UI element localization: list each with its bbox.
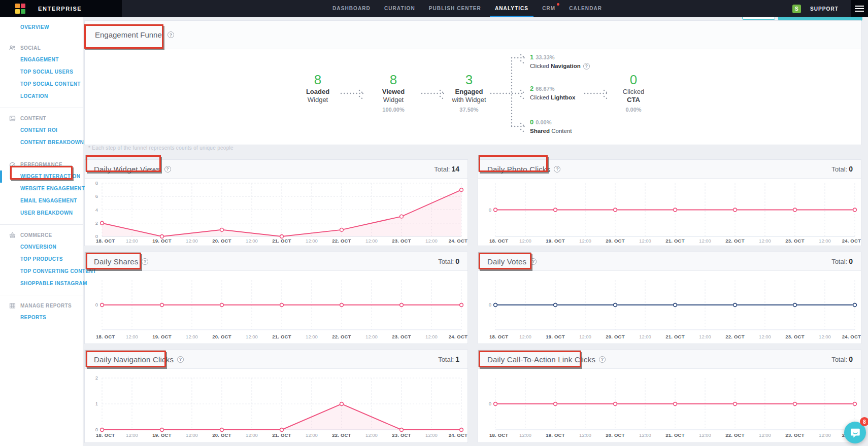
svg-text:12:00: 12:00 <box>639 238 651 244</box>
svg-text:0: 0 <box>489 207 491 213</box>
svg-text:24. OCT: 24. OCT <box>449 334 468 339</box>
sidebar-section-content: CONTENT <box>0 112 83 124</box>
daily-votes-chart[interactable]: 018. OCT12:0019. OCT12:0020. OCT12:0021.… <box>478 271 861 344</box>
svg-text:12:00: 12:00 <box>579 334 591 339</box>
sidebar-item-top-social-users[interactable]: TOP SOCIAL USERS <box>0 66 83 78</box>
total-badge: Total:0 <box>831 257 853 265</box>
svg-text:12:00: 12:00 <box>186 432 198 438</box>
brand-name: ENTERPRISE <box>38 6 82 12</box>
content-icon <box>9 115 16 122</box>
sidebar-divider <box>0 224 83 225</box>
help-icon[interactable]: ? <box>530 258 537 265</box>
funnel-footnote: * Each step of the funnel represents cou… <box>88 145 233 151</box>
svg-text:12:00: 12:00 <box>186 334 198 339</box>
svg-text:23. OCT: 23. OCT <box>785 432 804 438</box>
daily-shares-chart[interactable]: 018. OCT12:0019. OCT12:0020. OCT12:0021.… <box>85 271 468 344</box>
svg-text:12:00: 12:00 <box>126 432 138 438</box>
sidebar-item-overview[interactable]: OVERVIEW <box>0 21 83 33</box>
svg-text:2: 2 <box>95 220 98 226</box>
nav-item-analytics[interactable]: ANALYTICS <box>495 0 528 17</box>
svg-text:19. OCT: 19. OCT <box>152 432 171 438</box>
hamburger-menu-icon[interactable] <box>851 0 868 17</box>
card-header: Daily Photo Clicks? Total:0 <box>478 160 861 179</box>
sidebar-item-top-products[interactable]: TOP PRODUCTS <box>0 253 83 265</box>
svg-text:18. OCT: 18. OCT <box>96 238 115 244</box>
daily-shares-card: Daily Shares? Total:0 018. OCT12:0019. O… <box>84 252 468 344</box>
svg-text:12:00: 12:00 <box>126 238 138 244</box>
daily-widget-views-chart[interactable]: 0246818. OCT12:0019. OCT12:0020. OCT12:0… <box>85 179 468 246</box>
svg-text:8: 8 <box>95 180 98 186</box>
main-content: Engagement Funnel ? 8 Load <box>83 17 868 446</box>
daily-photo-clicks-chart[interactable]: 018. OCT12:0019. OCT12:0020. OCT12:0021.… <box>478 179 861 246</box>
daily-votes-card: Daily Votes? Total:0 018. OCT12:0019. OC… <box>478 252 861 344</box>
sidebar-item-conversion[interactable]: CONVERSION <box>0 241 83 253</box>
sidebar-item-top-converting-content[interactable]: TOP CONVERTING CONTENT <box>0 265 83 278</box>
daily-shares-title: Daily Shares? <box>94 257 148 266</box>
svg-text:12:00: 12:00 <box>759 238 771 244</box>
sidebar-item-website-engagement[interactable]: WEBSITE ENGAGEMENT <box>0 183 83 195</box>
svg-text:12:00: 12:00 <box>425 238 438 244</box>
nav-item-curation[interactable]: CURATION <box>384 0 415 17</box>
total-badge: Total:0 <box>438 257 459 265</box>
svg-text:23. OCT: 23. OCT <box>392 238 411 244</box>
svg-text:23. OCT: 23. OCT <box>392 432 411 438</box>
top-navbar: ENTERPRISE DASHBOARD CURATION PUBLISH CE… <box>0 0 868 17</box>
svg-text:18. OCT: 18. OCT <box>96 334 115 339</box>
sidebar-item-content-roi[interactable]: CONTENT ROI <box>0 124 83 136</box>
total-badge: Total:0 <box>831 165 853 173</box>
nav-item-calendar[interactable]: CALENDAR <box>569 0 602 17</box>
help-icon[interactable]: ? <box>142 258 148 265</box>
nav-item-dashboard[interactable]: DASHBOARD <box>332 0 371 17</box>
card-header: Daily Call-To-Action Link Clicks? Total:… <box>478 350 861 369</box>
avatar[interactable]: S <box>792 5 801 13</box>
sidebar-item-shoppable-instagram[interactable]: SHOPPABLE INSTAGRAM <box>0 278 83 290</box>
nav-item-crm[interactable]: CRM <box>542 0 555 17</box>
svg-text:12:00: 12:00 <box>246 238 258 244</box>
support-link[interactable]: SUPPORT <box>810 6 839 12</box>
sidebar-item-content-breakdown[interactable]: CONTENT BREAKDOWN <box>0 136 83 149</box>
chat-unread-badge[interactable]: 8 <box>860 417 868 426</box>
cut-off-outline-button[interactable] <box>742 17 775 20</box>
svg-text:23. OCT: 23. OCT <box>785 334 804 339</box>
svg-text:12:00: 12:00 <box>579 238 591 244</box>
sidebar-item-engagement[interactable]: ENGAGEMENT <box>0 54 83 66</box>
daily-navigation-clicks-card: Daily Navigation Clicks? Total:1 01218. … <box>84 350 468 443</box>
svg-text:21. OCT: 21. OCT <box>665 334 684 339</box>
svg-text:0: 0 <box>95 427 98 432</box>
svg-text:18. OCT: 18. OCT <box>489 432 508 438</box>
gauge-icon <box>9 161 16 168</box>
svg-text:4: 4 <box>95 207 98 213</box>
help-icon[interactable]: ? <box>168 31 174 38</box>
svg-text:12:00: 12:00 <box>246 432 258 438</box>
svg-text:12:00: 12:00 <box>759 334 771 339</box>
card-header: Daily Votes? Total:0 <box>478 252 861 271</box>
help-icon[interactable]: ? <box>599 356 606 363</box>
sidebar-item-location[interactable]: LOCATION <box>0 90 83 102</box>
nav-item-publish-center[interactable]: PUBLISH CENTER <box>429 0 481 17</box>
brand-logo[interactable]: ENTERPRISE <box>0 0 122 17</box>
daily-navigation-clicks-chart[interactable]: 01218. OCT12:0019. OCT12:0020. OCT12:002… <box>85 369 468 442</box>
sidebar-item-email-engagement[interactable]: EMAIL ENGAGEMENT <box>0 195 83 207</box>
daily-votes-title: Daily Votes? <box>487 257 537 266</box>
sidebar-item-widget-interaction[interactable]: WIDGET INTERACTION <box>0 170 83 183</box>
funnel-step-value: 3 <box>433 72 505 88</box>
svg-text:0: 0 <box>489 401 491 406</box>
app-root: ENTERPRISE DASHBOARD CURATION PUBLISH CE… <box>0 0 868 446</box>
help-icon[interactable]: ? <box>583 63 590 70</box>
sidebar-divider <box>0 295 83 295</box>
sidebar-item-top-social-content[interactable]: TOP SOCIAL CONTENT <box>0 78 83 90</box>
help-icon[interactable]: ? <box>554 166 560 173</box>
svg-text:12:00: 12:00 <box>306 334 318 339</box>
svg-text:21. OCT: 21. OCT <box>272 334 291 339</box>
help-icon[interactable]: ? <box>164 166 171 173</box>
sidebar-item-reports[interactable]: REPORTS <box>0 312 83 324</box>
svg-text:12:00: 12:00 <box>519 334 531 339</box>
help-icon[interactable]: ? <box>177 356 184 363</box>
daily-cta-link-clicks-chart[interactable]: 018. OCT12:0019. OCT12:0020. OCT12:0021.… <box>478 369 861 442</box>
sidebar-divider <box>0 154 83 154</box>
svg-text:12:00: 12:00 <box>246 334 258 339</box>
engagement-funnel-card: Engagement Funnel ? 8 Load <box>84 20 861 145</box>
sidebar-item-user-breakdown[interactable]: USER BREAKDOWN <box>0 207 83 219</box>
svg-text:1: 1 <box>95 401 98 406</box>
svg-text:22. OCT: 22. OCT <box>725 334 744 339</box>
